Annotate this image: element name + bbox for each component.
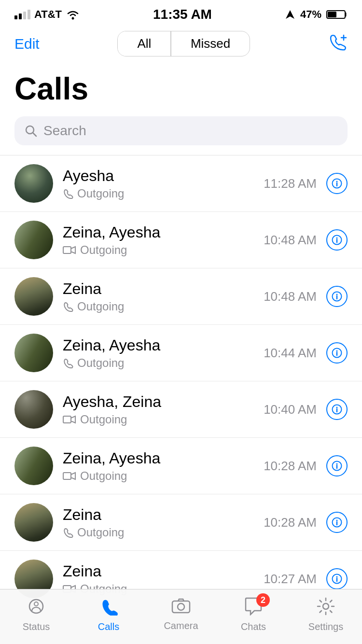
svg-point-36 [34, 602, 38, 606]
call-direction: Outgoing [77, 300, 124, 313]
call-item[interactable]: Zeina, Ayesha Outgoing 10:28 AM [0, 438, 362, 494]
info-button[interactable] [326, 512, 348, 533]
settings-icon [317, 597, 335, 618]
call-type: Outgoing [63, 526, 254, 539]
svg-point-27 [336, 463, 338, 465]
info-button[interactable] [326, 399, 348, 420]
svg-line-6 [33, 133, 37, 137]
battery-icon [326, 9, 348, 20]
call-name: Zeina [63, 280, 254, 298]
svg-point-0 [72, 17, 74, 20]
call-type: Outgoing [63, 300, 254, 313]
tab-chats-label: Chats [241, 621, 266, 632]
segment-control: All Missed [117, 31, 250, 56]
svg-point-13 [336, 238, 338, 239]
segment-all[interactable]: All [118, 31, 170, 56]
info-button[interactable] [326, 229, 348, 251]
tab-bar: Status Calls Camera 2 Chats [0, 589, 362, 644]
page-title: Calls [14, 71, 348, 107]
info-button[interactable] [326, 342, 348, 364]
svg-point-39 [323, 603, 329, 609]
call-item[interactable]: Zeina, Ayesha Outgoing 10:44 AM [0, 325, 362, 381]
add-call-button[interactable] [328, 33, 348, 55]
tab-status-label: Status [23, 621, 50, 632]
call-right: 10:28 AM [264, 455, 348, 476]
tab-calls-label: Calls [98, 621, 119, 632]
call-item[interactable]: Zeina Outgoing 10:48 AM [0, 268, 362, 325]
video-call-icon [63, 415, 76, 424]
status-icon [27, 597, 45, 618]
call-info: Zeina Outgoing [63, 280, 254, 313]
svg-point-5 [26, 126, 34, 134]
tab-chats[interactable]: 2 Chats [217, 597, 290, 632]
call-type: Outgoing [63, 413, 254, 426]
tab-status[interactable]: Status [0, 597, 72, 632]
call-info: Zeina Outgoing [63, 506, 254, 539]
svg-point-16 [336, 294, 338, 295]
avatar [14, 447, 53, 485]
info-button[interactable] [326, 455, 348, 476]
call-info: Ayesha, Zeina Outgoing [63, 393, 254, 426]
svg-point-38 [178, 603, 184, 610]
tab-settings[interactable]: Settings [290, 597, 362, 632]
wifi-icon [66, 9, 80, 20]
call-right: 10:44 AM [264, 342, 348, 364]
svg-point-9 [336, 181, 338, 182]
search-section: Search [0, 112, 362, 155]
phone-call-icon [63, 188, 73, 199]
avatar [14, 503, 53, 542]
call-direction: Outgoing [77, 356, 124, 370]
svg-rect-24 [63, 473, 71, 479]
call-direction: Outgoing [77, 187, 124, 200]
info-button[interactable] [326, 173, 348, 194]
call-right: 10:40 AM [264, 399, 348, 420]
call-direction: Outgoing [80, 243, 127, 257]
call-time: 10:48 AM [264, 233, 317, 248]
search-bar[interactable]: Search [14, 116, 348, 145]
avatar [14, 390, 53, 429]
call-name: Zeina, Ayesha [63, 336, 254, 354]
call-direction: Outgoing [77, 526, 124, 539]
call-time: 10:48 AM [264, 289, 317, 304]
info-button[interactable] [326, 568, 348, 589]
call-time: 10:40 AM [264, 402, 317, 417]
svg-point-30 [336, 520, 338, 521]
chats-badge: 2 [256, 593, 270, 607]
carrier-label: AT&T [34, 8, 62, 21]
call-time: 10:28 AM [264, 515, 317, 530]
nav-bar: Edit All Missed [0, 26, 362, 61]
svg-rect-10 [63, 247, 71, 253]
camera-icon [171, 597, 191, 617]
call-name: Ayesha, Zeina [63, 393, 254, 411]
tab-settings-label: Settings [308, 621, 343, 632]
call-time: 10:27 AM [264, 572, 317, 587]
svg-point-19 [336, 350, 338, 352]
segment-missed[interactable]: Missed [171, 31, 250, 56]
call-name: Zeina [63, 562, 254, 580]
battery-percent: 47% [300, 8, 321, 21]
svg-rect-37 [172, 601, 190, 613]
call-list: Ayesha Outgoing 11:28 AM Zeina, Ayesha O [0, 155, 362, 607]
call-right: 10:48 AM [264, 229, 348, 251]
info-button[interactable] [326, 286, 348, 307]
signal-bars [14, 10, 30, 19]
avatar [14, 334, 53, 372]
status-right: 47% [285, 8, 348, 21]
svg-point-34 [336, 576, 338, 578]
call-item[interactable]: Ayesha, Zeina Outgoing 10:40 AM [0, 381, 362, 438]
tab-camera-label: Camera [164, 620, 198, 631]
call-info: Zeina, Ayesha Outgoing [63, 336, 254, 370]
call-item[interactable]: Zeina Outgoing 10:28 AM [0, 494, 362, 551]
call-right: 10:48 AM [264, 286, 348, 307]
tab-camera[interactable]: Camera [145, 597, 217, 632]
avatar [14, 221, 53, 259]
tab-calls[interactable]: Calls [72, 597, 145, 632]
call-info: Ayesha Outgoing [63, 167, 254, 200]
status-left: AT&T [14, 8, 80, 21]
location-icon [285, 9, 295, 20]
page-title-section: Calls [0, 61, 362, 112]
call-item[interactable]: Ayesha Outgoing 11:28 AM [0, 155, 362, 212]
video-call-icon [63, 471, 76, 481]
edit-button[interactable]: Edit [14, 36, 40, 52]
call-item[interactable]: Zeina, Ayesha Outgoing 10:48 AM [0, 212, 362, 268]
